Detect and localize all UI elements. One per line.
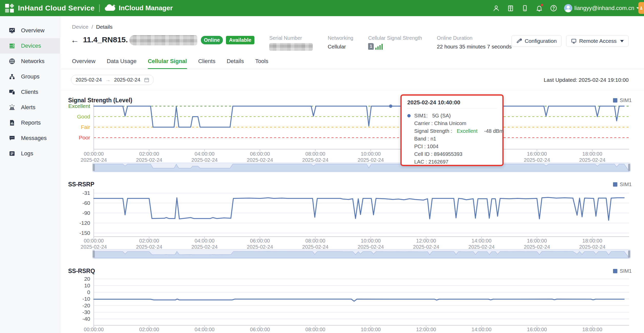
svg-text:12:00:00: 12:00:00 (416, 238, 436, 244)
tab-details[interactable]: Details (227, 58, 244, 69)
ss-rsrp-chart[interactable]: -31-60-90-120-15000:00:002025-02-2402:00… (68, 188, 632, 261)
messages-icon (9, 135, 15, 142)
organization-icon[interactable] (507, 4, 514, 12)
remote-access-button[interactable]: Remote Access (566, 35, 629, 47)
breadcrumb: Device / Details (60, 16, 644, 30)
svg-text:2025-02-24: 2025-02-24 (191, 244, 217, 250)
legend-sim1[interactable]: SIM1 (613, 181, 632, 187)
legend-swatch (613, 98, 617, 103)
breadcrumb-details: Details (96, 24, 112, 30)
svg-text:16:00:00: 16:00:00 (527, 327, 547, 332)
signal-strength-indicator: 1 (368, 43, 422, 50)
svg-text:2025-02-24: 2025-02-24 (247, 157, 273, 163)
sidebar-item-networks[interactable]: Networks (0, 54, 60, 69)
tooltip-sim-label: SIM1: (414, 112, 428, 119)
svg-text:08:00:00: 08:00:00 (305, 327, 325, 332)
tooltip-signal-dbm: -48 dBm (484, 127, 504, 135)
chart-signal-level-block: Signal Strength (Level) SIM1 ExcellentGo… (60, 97, 644, 174)
account-icon[interactable] (492, 4, 500, 12)
sidebar-item-groups[interactable]: Groups (0, 69, 60, 84)
tooltip-lac: LAC : 2162697 (407, 158, 497, 166)
signal-level-chart[interactable]: ExcellentGoodFairPoor00:00:002025-02-240… (68, 104, 632, 174)
status-badge: Online (201, 36, 223, 44)
serial-number-label: Serial Number (269, 35, 313, 41)
online-duration-label: Online Duration (437, 35, 512, 41)
sidebar-item-label: Clients (21, 89, 38, 95)
svg-text:16:00:00: 16:00:00 (527, 151, 547, 157)
svg-text:04:00:00: 04:00:00 (195, 151, 215, 157)
legend-swatch (613, 182, 617, 187)
svg-text:Poor: Poor (79, 135, 90, 140)
sidebar-item-label: Alerts (21, 104, 35, 111)
tab-tools[interactable]: Tools (255, 58, 268, 69)
overview-icon (9, 27, 15, 34)
tooltip-carrier: Carrier : China Unicom (407, 119, 497, 127)
help-icon[interactable] (550, 4, 557, 12)
top-header-bar: InHand Cloud Service InCloud Manager (0, 0, 644, 16)
sidebar-item-devices[interactable]: Devices (0, 38, 60, 54)
tab-data-usage[interactable]: Data Usage (107, 58, 137, 69)
sidebar-item-reports[interactable]: Reports (0, 115, 60, 130)
devices-icon (9, 43, 15, 49)
svg-text:-90: -90 (82, 210, 90, 216)
chart-title-ss-rsrq: SS-RSRQ (68, 268, 95, 275)
sidebar-item-overview[interactable]: Overview (0, 23, 60, 38)
svg-text:2025-02-24: 2025-02-24 (579, 244, 605, 250)
legend-sim1[interactable]: SIM1 (613, 97, 632, 103)
brand-divider (99, 4, 100, 12)
svg-text:06:00:00: 06:00:00 (250, 151, 270, 157)
inhand-logo-icon[interactable] (5, 4, 14, 13)
online-duration-value: 22 hours 35 minutes 7 seconds (437, 44, 512, 50)
svg-text:-120: -120 (79, 220, 90, 226)
chart-title-ss-rsrp: SS-RSRP (68, 181, 94, 188)
chart-ss-rsrq-block: SS-RSRQ SIM1 20100-10-20-30-4000:00:0020… (60, 268, 644, 333)
svg-text:16:00:00: 16:00:00 (527, 238, 547, 244)
filter-row: 2025-02-24 → 2025-02-24 Last Updated: 20… (60, 69, 644, 90)
tooltip-signal-label: Signal Strength : (414, 127, 452, 135)
tab-clients[interactable]: Clients (198, 58, 215, 69)
sidebar-item-alerts[interactable]: Alerts (0, 100, 60, 115)
back-arrow-icon[interactable]: ← (71, 36, 79, 44)
sidebar-item-messages[interactable]: Messages (0, 130, 60, 146)
incloud-manager-page: InHand Cloud Service InCloud Manager (0, 0, 644, 333)
svg-text:04:00:00: 04:00:00 (195, 238, 215, 244)
date-range-picker[interactable]: 2025-02-24 → 2025-02-24 (71, 75, 154, 85)
svg-text:-20: -20 (82, 302, 90, 308)
configuration-button[interactable]: Configuration (512, 35, 562, 47)
tab-overview[interactable]: Overview (72, 58, 96, 69)
svg-text:08:00:00: 08:00:00 (305, 151, 325, 157)
svg-text:02:00:00: 02:00:00 (139, 327, 159, 332)
start-date[interactable]: 2025-02-24 (76, 77, 102, 83)
svg-text:00:00:00: 00:00:00 (84, 151, 104, 157)
field-online-duration: Online Duration 22 hours 35 minutes 7 se… (437, 35, 512, 51)
tab-cellular-signal[interactable]: Cellular Signal (148, 58, 187, 69)
sidebar-item-clients[interactable]: Clients (0, 84, 60, 100)
ss-rsrq-chart[interactable]: 20100-10-20-30-4000:00:002025-02-2402:00… (68, 275, 632, 333)
svg-text:10:00:00: 10:00:00 (361, 151, 381, 157)
svg-text:14:00:00: 14:00:00 (472, 327, 492, 332)
series-dot-icon (407, 114, 411, 117)
field-cellular-signal: Cellular Signal Strength 1 (368, 35, 422, 51)
svg-text:2025-02-24: 2025-02-24 (136, 157, 162, 163)
support-widget-tab[interactable] (638, 2, 644, 14)
svg-text:06:00:00: 06:00:00 (250, 238, 270, 244)
serial-number-redacted (269, 43, 313, 51)
mobile-app-icon[interactable] (521, 4, 529, 12)
field-serial-number: Serial Number (269, 35, 313, 51)
svg-text:18:00:00: 18:00:00 (582, 327, 602, 332)
field-networking: Networking Cellular (328, 35, 353, 51)
device-header: ← 11.4_RN815. Online Available Serial Nu… (60, 30, 644, 51)
breadcrumb-device[interactable]: Device (72, 24, 88, 30)
device-tabs: Overview Data Usage Cellular Signal Clie… (60, 51, 644, 69)
end-date[interactable]: 2025-02-24 (114, 77, 140, 83)
svg-text:10:00:00: 10:00:00 (361, 327, 381, 332)
user-menu[interactable]: liangyy@inhand.com.cn (564, 4, 639, 12)
tooltip-timestamp: 2025-02-24 10:40:00 (407, 99, 497, 109)
svg-text:2025-02-24: 2025-02-24 (191, 157, 217, 163)
notifications-icon[interactable] (535, 4, 543, 12)
svg-text:-40: -40 (82, 316, 90, 322)
legend-sim1[interactable]: SIM1 (613, 268, 632, 274)
app-name: InCloud Manager (119, 4, 173, 12)
svg-text:14:00:00: 14:00:00 (472, 238, 492, 244)
sidebar-item-logs[interactable]: Logs (0, 146, 60, 161)
